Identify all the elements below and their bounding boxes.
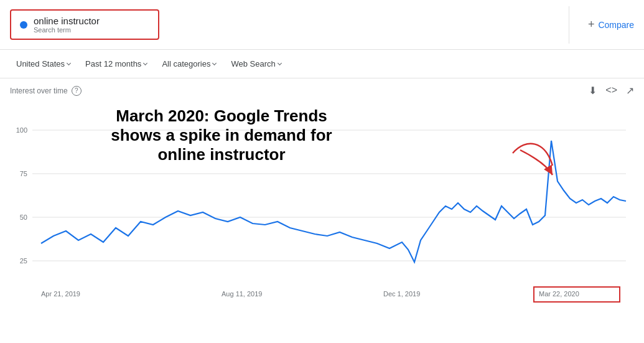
download-icon[interactable]: ⬇ [589, 85, 597, 96]
category-chevron-icon [212, 61, 217, 65]
y-label-25: 25 [20, 257, 27, 265]
x-label-aug: Aug 11, 2019 [222, 290, 262, 298]
search-term-box: online instructor Search term [10, 9, 159, 40]
region-label: United States [16, 59, 65, 68]
trend-line [41, 141, 626, 262]
y-label-50: 50 [20, 214, 27, 221]
x-label-dec: Dec 1, 2019 [383, 290, 420, 298]
plus-icon: + [588, 18, 595, 31]
vertical-divider [569, 6, 569, 44]
term-label: Search term [34, 26, 100, 34]
compare-label: Compare [598, 20, 634, 30]
x-label-apr: Apr 21, 2019 [41, 290, 80, 298]
term-text: online instructor [34, 16, 100, 26]
time-chevron-icon [143, 61, 147, 65]
help-icon[interactable]: ? [72, 86, 82, 96]
region-chevron-icon [67, 61, 71, 65]
term-info: online instructor Search term [34, 16, 100, 34]
chart-header: Interest over time ? ⬇ <> ↗ [10, 85, 634, 96]
share-icon[interactable]: ↗ [626, 85, 634, 96]
chart-area: Interest over time ? ⬇ <> ↗ 100 75 50 25… [0, 78, 644, 343]
time-filter[interactable]: Past 12 months [79, 57, 153, 71]
time-label: Past 12 months [85, 59, 141, 68]
search-type-chevron-icon [278, 61, 282, 65]
embed-icon[interactable]: <> [605, 85, 617, 96]
compare-button[interactable]: + Compare [588, 18, 634, 31]
y-label-75: 75 [20, 170, 27, 177]
term-dot [20, 21, 27, 29]
category-label: All categories [162, 59, 210, 68]
chart-actions: ⬇ <> ↗ [589, 85, 634, 96]
chart-wrapper: 100 75 50 25 Apr 21, 2019 Aug 11, 2019 D… [10, 100, 634, 327]
x-label-mar: Mar 22, 2020 [539, 290, 579, 298]
search-type-label: Web Search [231, 59, 275, 68]
interest-text: Interest over time [10, 87, 68, 95]
category-filter[interactable]: All categories [156, 57, 222, 71]
interest-label: Interest over time ? [10, 86, 82, 96]
y-label-100: 100 [16, 126, 27, 134]
search-type-filter[interactable]: Web Search [225, 57, 287, 71]
chart-svg: 100 75 50 25 Apr 21, 2019 Aug 11, 2019 D… [10, 100, 634, 324]
region-filter[interactable]: United States [10, 57, 77, 71]
filter-bar: United States Past 12 months All categor… [0, 50, 644, 78]
header: online instructor Search term + Compare [0, 0, 644, 50]
